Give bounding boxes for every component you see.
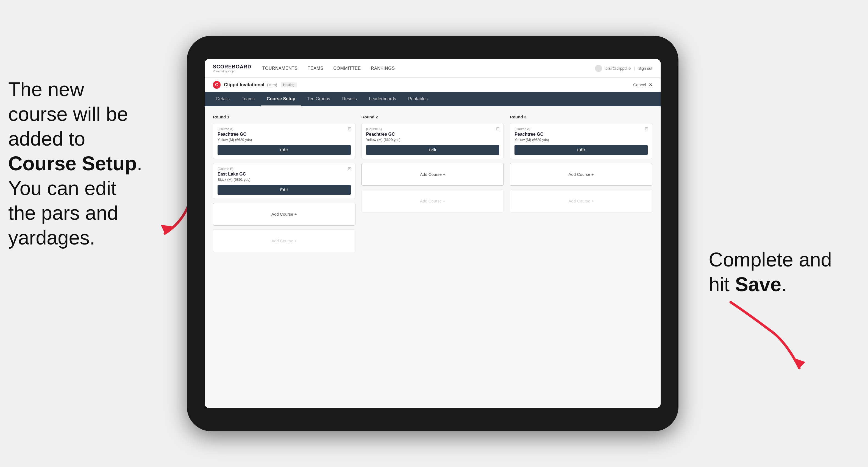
tournament-name: Clippd Invitational (224, 82, 264, 88)
nav-right: blair@clippd.io | Sign out (595, 65, 652, 72)
tab-details[interactable]: Details (210, 92, 236, 106)
annotation-right-period: . (781, 273, 787, 295)
rounds-grid: Round 1 ⊡ (Course A) Peachtree GC Yellow… (213, 115, 652, 256)
nav-teams[interactable]: TEAMS (308, 66, 323, 71)
r1-add-course-2-label: Add Course + (271, 239, 297, 243)
r1-add-course-2: Add Course + (213, 229, 355, 252)
r2-add-course-1[interactable]: Add Course + (362, 163, 504, 186)
svg-marker-1 (795, 359, 805, 368)
r1-course-b-name: East Lake GC (218, 172, 351, 177)
round-2-label: Round 2 (362, 115, 504, 119)
arrow-right-icon (725, 297, 818, 379)
r3-add-course-2-label: Add Course + (568, 198, 594, 203)
annotation-period: . (137, 152, 142, 175)
r1-course-a-info: Yellow (M) (6629 yds) (218, 137, 351, 142)
round-3-course-a-card: ⊡ (Course A) Peachtree GC Yellow (M) (66… (510, 123, 652, 159)
round-1-column: Round 1 ⊡ (Course A) Peachtree GC Yellow… (213, 115, 355, 256)
nav-tournaments[interactable]: TOURNAMENTS (262, 66, 298, 71)
annotation-left: The new course will be added to Course S… (8, 77, 173, 250)
r1-course-b-edit-button[interactable]: Edit (218, 185, 351, 195)
main-content: Round 1 ⊡ (Course A) Peachtree GC Yellow… (205, 106, 661, 408)
r2-course-a-info: Yellow (M) (6629 yds) (366, 137, 499, 142)
r3-add-course-1-label: Add Course + (568, 172, 594, 177)
sign-out-link[interactable]: Sign out (639, 66, 652, 71)
tab-printables[interactable]: Printables (402, 92, 434, 106)
r2-course-a-tag: (Course A) (366, 127, 499, 131)
r2-course-a-name: Peachtree GC (366, 132, 499, 137)
tablet: SCOREBOARD Powered by clippd TOURNAMENTS… (187, 36, 679, 431)
tournament-gender: (Men) (267, 83, 277, 87)
annotation-right-bold: Save (735, 273, 781, 295)
r1-course-a-tag: (Course A) (218, 127, 351, 131)
delete-r1-course-a-icon[interactable]: ⊡ (348, 126, 351, 131)
tab-bar: Details Teams Course Setup Tee Groups Re… (205, 92, 661, 106)
round-3-column: Round 3 ⊡ (Course A) Peachtree GC Yellow… (510, 115, 652, 256)
tab-results[interactable]: Results (336, 92, 363, 106)
brand: SCOREBOARD Powered by clippd (213, 64, 251, 73)
tab-course-setup[interactable]: Course Setup (261, 92, 301, 106)
tournament-bar: C Clippd Invitational (Men) Hosting Canc… (205, 78, 661, 92)
r1-course-a-edit-button[interactable]: Edit (218, 145, 351, 155)
nav-rankings[interactable]: RANKINGS (371, 66, 395, 71)
delete-r3-course-a-icon[interactable]: ⊡ (645, 126, 648, 131)
r3-course-a-tag: (Course A) (515, 127, 648, 131)
r2-course-a-edit-button[interactable]: Edit (366, 145, 499, 155)
brand-name: SCOREBOARD (213, 64, 251, 70)
r2-add-course-1-label: Add Course + (420, 172, 445, 177)
round-1-course-b-card: ⊡ (Course B) East Lake GC Black (M) (689… (213, 163, 355, 199)
r2-add-course-2: Add Course + (362, 190, 504, 212)
tab-leaderboards[interactable]: Leaderboards (363, 92, 402, 106)
top-nav: SCOREBOARD Powered by clippd TOURNAMENTS… (205, 59, 661, 78)
round-3-label: Round 3 (510, 115, 652, 119)
nav-committee[interactable]: COMMITTEE (333, 66, 361, 71)
tablet-screen: SCOREBOARD Powered by clippd TOURNAMENTS… (205, 59, 661, 408)
r1-course-b-info: Black (M) (6891 yds) (218, 178, 351, 182)
r3-add-course-1[interactable]: Add Course + (510, 163, 652, 186)
r1-add-course-1-label: Add Course + (271, 212, 297, 216)
annotation-line3: added to (8, 128, 85, 150)
tab-tee-groups[interactable]: Tee Groups (301, 92, 336, 106)
r1-add-course-1[interactable]: Add Course + (213, 203, 355, 225)
delete-r1-course-b-icon[interactable]: ⊡ (348, 166, 351, 171)
annotation-right-line2: hit (709, 273, 735, 295)
delete-r2-course-a-icon[interactable]: ⊡ (496, 126, 500, 131)
r3-course-a-name: Peachtree GC (515, 132, 648, 137)
r1-course-b-tag: (Course B) (218, 167, 351, 171)
annotation-line1: The new (8, 78, 84, 100)
round-1-label: Round 1 (213, 115, 355, 119)
powered-by: Powered by clippd (213, 70, 251, 73)
r3-course-a-edit-button[interactable]: Edit (515, 145, 648, 155)
r2-add-course-2-label: Add Course + (420, 198, 445, 203)
annotation-bold: Course Setup (8, 152, 137, 175)
annotation-line5: the pars and (8, 202, 118, 224)
user-avatar (595, 65, 602, 72)
hosting-badge: Hosting (281, 83, 297, 87)
r3-add-course-2: Add Course + (510, 190, 652, 212)
r1-course-a-name: Peachtree GC (218, 132, 351, 137)
round-2-course-a-card: ⊡ (Course A) Peachtree GC Yellow (M) (66… (362, 123, 504, 159)
annotation-line4: You can edit (8, 177, 117, 199)
tab-teams[interactable]: Teams (236, 92, 261, 106)
annotation-line2: course will be (8, 103, 128, 125)
cancel-x-icon: ✕ (649, 83, 652, 87)
nav-links: TOURNAMENTS TEAMS COMMITTEE RANKINGS (262, 66, 595, 71)
user-email: blair@clippd.io (606, 66, 631, 71)
separator: | (634, 66, 635, 71)
cancel-label: Cancel (633, 83, 646, 87)
r3-course-a-info: Yellow (M) (6629 yds) (515, 137, 648, 142)
tournament-logo: C (213, 81, 221, 89)
annotation-line6: yardages. (8, 227, 95, 249)
round-2-column: Round 2 ⊡ (Course A) Peachtree GC Yellow… (362, 115, 504, 256)
cancel-button[interactable]: Cancel ✕ (633, 83, 652, 87)
round-1-course-a-card: ⊡ (Course A) Peachtree GC Yellow (M) (66… (213, 123, 355, 159)
annotation-right-line1: Complete and (709, 249, 832, 271)
annotation-right: Complete and hit Save. (709, 247, 851, 297)
